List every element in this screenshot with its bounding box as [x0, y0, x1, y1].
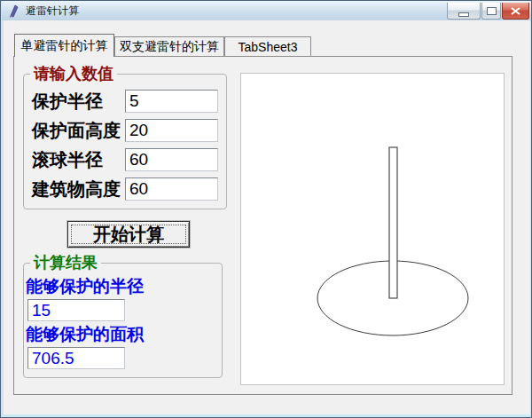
- app-window: 避雷针计算 单避雷针的计算 双支避雷针的计算 TabSheet3 请输入数值 保…: [0, 0, 532, 418]
- tab-double-rod-calculation[interactable]: 双支避雷针的计算: [114, 36, 224, 57]
- tab-tabsheet3[interactable]: TabSheet3: [224, 36, 311, 57]
- protectable-area-output[interactable]: [27, 347, 125, 369]
- title-bar[interactable]: 避雷针计算: [2, 1, 531, 20]
- window-title: 避雷针计算: [26, 1, 79, 20]
- building-height-input[interactable]: [125, 177, 218, 201]
- maximize-button[interactable]: [481, 3, 501, 20]
- protection-diagram: [241, 74, 504, 384]
- app-icon: [7, 4, 21, 18]
- lightning-rod: [389, 147, 397, 298]
- diagram-canvas: [240, 73, 505, 385]
- protectable-area-label: 能够保护的面积: [26, 325, 144, 344]
- protection-plane-height-label: 保护面高度: [32, 119, 121, 142]
- rolling-sphere-radius-label: 滚球半径: [32, 148, 103, 171]
- window-bottom-accent: [2, 414, 532, 416]
- building-height-label: 建筑物高度: [32, 177, 121, 201]
- maximize-icon: [487, 7, 497, 15]
- protection-plane-height-input[interactable]: [125, 119, 218, 142]
- input-group-title: 请输入数值: [30, 65, 117, 83]
- protection-radius-label: 保护半径: [32, 90, 103, 113]
- result-group-title: 计算结果: [30, 254, 101, 272]
- tab-single-rod-calculation[interactable]: 单避雷针的计算: [14, 34, 114, 57]
- minimize-button[interactable]: [447, 3, 481, 20]
- protectable-radius-label: 能够保护的半径: [26, 277, 144, 296]
- protectable-radius-output[interactable]: [27, 299, 125, 321]
- close-icon: [511, 7, 520, 15]
- close-button[interactable]: [502, 3, 529, 20]
- protection-radius-input[interactable]: [125, 90, 218, 113]
- rolling-sphere-radius-input[interactable]: [125, 148, 218, 171]
- minimize-icon: [458, 12, 469, 17]
- start-calculation-button[interactable]: 开始计算: [67, 221, 190, 248]
